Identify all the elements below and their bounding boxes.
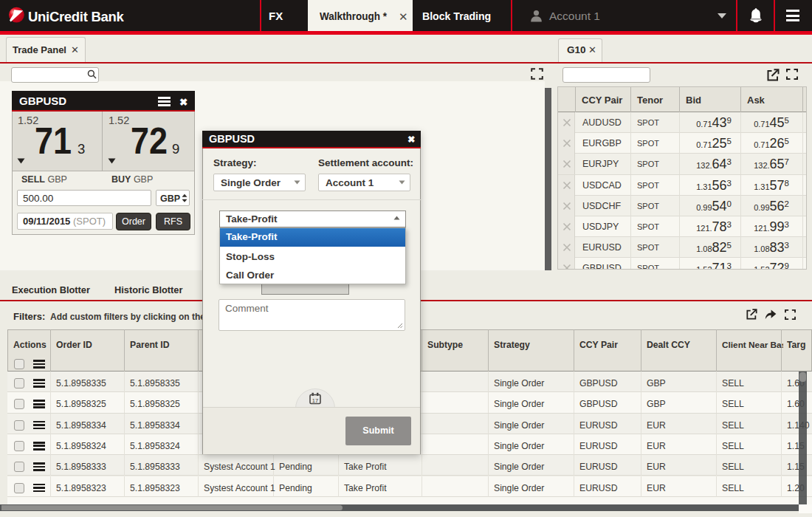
svg-text:17: 17 [312, 397, 318, 404]
